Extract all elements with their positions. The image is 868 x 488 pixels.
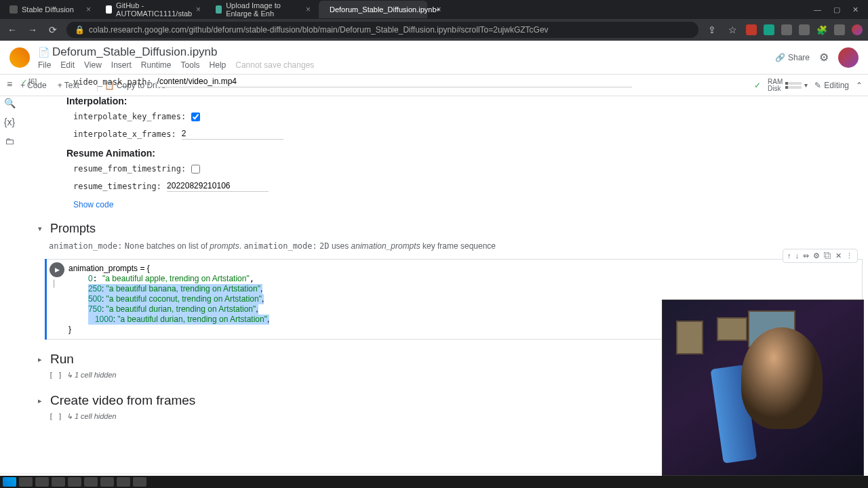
task-item[interactable] [117, 477, 130, 487]
task-item[interactable] [19, 477, 33, 487]
save-state: Cannot save changes [235, 60, 314, 70]
param-label: resume_from_timestring: [73, 164, 186, 174]
forward-icon[interactable]: → [26, 24, 39, 35]
section-header: Resume Animation: [19, 145, 868, 163]
close-icon[interactable]: × [86, 5, 91, 14]
gear-icon[interactable]: ⚙ [813, 251, 820, 260]
back-icon[interactable]: ← [5, 24, 19, 35]
windows-taskbar [0, 476, 868, 488]
ext-icon[interactable] [799, 24, 810, 35]
maximize-icon[interactable]: ▢ [833, 5, 840, 14]
task-item[interactable] [68, 477, 81, 487]
show-code-link[interactable]: Show code [19, 197, 868, 215]
video-mask-path-input[interactable] [157, 76, 632, 87]
mirror-icon[interactable]: ⿻ [824, 251, 831, 260]
url-text: colab.research.google.com/github/deforum… [89, 25, 549, 35]
section-prompts[interactable]: ▾Prompts [19, 215, 868, 239]
browser-tab[interactable]: Stable Diffusion× [3, 1, 98, 18]
interpolate-key-frames-checkbox[interactable] [191, 113, 200, 121]
menu-runtime[interactable]: Runtime [141, 60, 172, 70]
gear-icon[interactable]: ⚙ [819, 51, 829, 64]
window-controls: — ▢ ✕ [814, 5, 865, 14]
toc-icon[interactable]: ≡ [7, 79, 12, 89]
ext-icon[interactable] [781, 24, 792, 35]
reload-icon[interactable]: ⟳ [46, 24, 60, 35]
move-down-icon[interactable]: ↓ [795, 251, 800, 260]
expand-icon[interactable]: ▸ [38, 396, 46, 405]
menu-tools[interactable]: Tools [181, 60, 200, 70]
cell-number: [6] [28, 77, 37, 85]
close-icon[interactable]: ✕ [852, 5, 859, 14]
extensions: 🧩 [746, 24, 863, 35]
check-icon: ✓ [22, 78, 27, 85]
collapse-icon[interactable]: ▾ [38, 224, 46, 233]
task-item[interactable] [35, 477, 49, 487]
browser-tab-bar: Stable Diffusion× GitHub - AUTOMATIC1111… [0, 0, 868, 19]
search-icon[interactable]: 🔍 [4, 98, 16, 108]
task-item[interactable] [84, 477, 98, 487]
minimize-icon[interactable]: — [814, 5, 821, 14]
close-icon[interactable]: × [437, 5, 441, 14]
star-icon[interactable]: ☆ [726, 24, 739, 35]
more-icon[interactable]: ⋮ [846, 251, 853, 260]
section-description: animation_mode: None batches on list of … [19, 239, 868, 256]
param-label: video_mask_path: [73, 77, 152, 87]
browser-tab[interactable]: GitHub - AUTOMATIC1111/stab× [99, 1, 208, 18]
browser-tab-active[interactable]: Deforum_Stable_Diffusion.ipynb× [319, 1, 427, 18]
task-item[interactable] [52, 477, 65, 487]
menu-bar: File Edit View Insert Runtime Tools Help… [38, 60, 775, 70]
cell-toolbar: ↑↓⇔⚙⿻✕⋮ [783, 249, 858, 263]
avatar[interactable] [838, 47, 859, 68]
url-input[interactable]: 🔒 colab.research.google.com/github/defor… [66, 22, 698, 38]
link-icon[interactable]: ⇔ [803, 251, 809, 260]
variables-icon[interactable]: {x} [4, 117, 15, 127]
menu-help[interactable]: Help [210, 60, 226, 70]
resume-timestring-input[interactable] [167, 180, 269, 192]
move-up-icon[interactable]: ↑ [787, 251, 791, 260]
address-bar: ← → ⟳ 🔒 colab.research.google.com/github… [0, 19, 868, 41]
menu-view[interactable]: View [84, 60, 102, 70]
share-icon[interactable]: ⇪ [705, 24, 719, 35]
task-item[interactable] [100, 477, 114, 487]
colab-logo-icon[interactable] [9, 47, 30, 68]
doc-title[interactable]: 📄Deforum_Stable_Diffusion.ipynb [38, 45, 775, 59]
share-button[interactable]: 🔗Share [775, 53, 810, 62]
task-item[interactable] [133, 477, 146, 487]
menu-insert[interactable]: Insert [111, 60, 132, 70]
gutter-mark: ⎮ [52, 280, 56, 287]
link-icon: 🔗 [775, 53, 785, 62]
close-icon[interactable]: × [306, 5, 311, 14]
expand-icon[interactable]: ▸ [38, 355, 46, 364]
webcam-overlay [662, 300, 864, 476]
colab-header: 📄Deforum_Stable_Diffusion.ipynb File Edi… [0, 41, 868, 75]
menu-edit[interactable]: Edit [60, 60, 75, 70]
folder-icon[interactable]: 🗀 [5, 136, 14, 146]
run-cell-button[interactable]: ▶ [50, 262, 64, 277]
section-header: Interpolation: [19, 93, 868, 110]
resume-from-timestring-checkbox[interactable] [191, 165, 200, 174]
param-label: interpolate_key_frames: [73, 112, 186, 121]
ext-icon[interactable] [764, 24, 774, 35]
puzzle-icon[interactable]: 🧩 [816, 25, 827, 35]
delete-icon[interactable]: ✕ [835, 251, 842, 260]
profile-icon[interactable] [852, 24, 863, 35]
ext-icon[interactable] [834, 24, 845, 35]
left-sidebar: ≡ 🔍 {x} 🗀 [0, 75, 19, 146]
param-label: interpolate_x_frames: [73, 129, 176, 139]
interpolate-x-frames-input[interactable] [182, 128, 283, 140]
notebook-icon: 📄 [38, 47, 50, 58]
start-button[interactable] [3, 477, 16, 487]
browser-tab[interactable]: Upload Image to Enlarge & Enh× [209, 1, 317, 18]
ext-icon[interactable] [746, 24, 757, 35]
close-icon[interactable]: × [196, 5, 201, 14]
param-label: resume_timestring: [73, 182, 161, 191]
lock-icon: 🔒 [75, 25, 85, 35]
menu-file[interactable]: File [38, 60, 51, 70]
